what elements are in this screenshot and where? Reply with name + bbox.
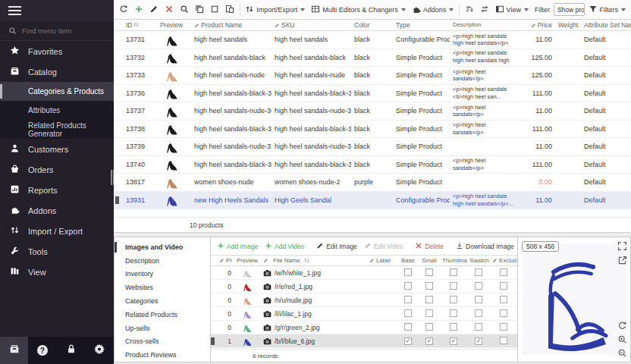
- column-header-small[interactable]: Small: [419, 257, 440, 264]
- product-row[interactable]: 13731high heel sandalshigh heel sandalsb…: [114, 31, 631, 49]
- exclude-checkbox[interactable]: [500, 296, 507, 303]
- menu-search-input[interactable]: [22, 27, 98, 35]
- thumbnail-checkbox[interactable]: [450, 296, 457, 303]
- small-checkbox[interactable]: [425, 296, 433, 303]
- swatch-checkbox[interactable]: ✓: [475, 337, 482, 345]
- exclude-checkbox[interactable]: [500, 282, 507, 290]
- image-row[interactable]: 0/r/e/red_1.jpg: [211, 280, 517, 293]
- exclude-checkbox[interactable]: [500, 323, 507, 331]
- thumbnail-checkbox[interactable]: [450, 309, 457, 317]
- product-row[interactable]: 13736high heel sandals-black-36high heel…: [114, 85, 631, 103]
- refresh-button[interactable]: [117, 3, 130, 17]
- tab-websites[interactable]: Websites: [115, 281, 210, 294]
- fullscreen-icon[interactable]: [617, 241, 627, 251]
- column-header-label[interactable]: Label: [367, 257, 397, 264]
- column-header-thumbna[interactable]: Thumbna: [440, 257, 467, 264]
- base-checkbox[interactable]: [404, 296, 412, 303]
- small-checkbox[interactable]: ✓: [425, 337, 433, 345]
- search-button[interactable]: [177, 3, 191, 17]
- tab-related-products[interactable]: Related Products: [115, 308, 210, 322]
- transfer-button[interactable]: [478, 3, 491, 17]
- swatch-checkbox[interactable]: [475, 323, 482, 331]
- add-image-button[interactable]: Add Image: [215, 240, 260, 253]
- product-row[interactable]: 13739high heel sandals-nude-37high heel …: [114, 138, 631, 156]
- thumbnail-checkbox[interactable]: [450, 323, 457, 331]
- swatch-checkbox[interactable]: [475, 268, 482, 276]
- sidebar-item-orders[interactable]: Orders: [0, 159, 114, 180]
- edit-product-button[interactable]: [147, 3, 161, 17]
- import-export-button[interactable]: Import/Export: [243, 3, 307, 17]
- sidebar-item-favorites[interactable]: Favorites: [0, 41, 114, 61]
- delete-product-button[interactable]: [162, 3, 176, 17]
- small-checkbox[interactable]: [425, 323, 433, 331]
- category-filter-select[interactable]: Show products from selected categories: [554, 3, 585, 16]
- multi-editors-button[interactable]: Multi Editors & Changers: [309, 3, 408, 17]
- base-checkbox[interactable]: ✓: [404, 337, 412, 345]
- zoom-in-icon[interactable]: [617, 334, 627, 344]
- splitter-handle[interactable]: [111, 170, 115, 185]
- small-checkbox[interactable]: [425, 282, 433, 290]
- sidebar-item-tools[interactable]: Tools: [0, 241, 114, 262]
- sidebar-item-view[interactable]: View: [0, 262, 114, 282]
- tab-up-sells[interactable]: Up-sells: [115, 322, 210, 335]
- sidebar-subitem-categories-products[interactable]: Categories & Products: [0, 82, 114, 101]
- base-checkbox[interactable]: [404, 282, 412, 290]
- copy-button[interactable]: [193, 3, 206, 17]
- settings-button[interactable]: [85, 344, 114, 357]
- small-checkbox[interactable]: [425, 309, 433, 317]
- sidebar-item-customers[interactable]: Customers: [0, 139, 114, 159]
- column-header-id[interactable]: ID: [123, 21, 152, 29]
- product-row[interactable]: 13740high heel sandals-black-38high heel…: [114, 156, 631, 174]
- column-header-file-name[interactable]: File Name: [261, 257, 367, 265]
- sidebar-subitem-attributes[interactable]: Attributes: [0, 101, 114, 120]
- base-checkbox[interactable]: [404, 323, 412, 331]
- column-header-sku[interactable]: SKU: [272, 21, 351, 29]
- image-row[interactable]: 1/b/l/blue_6.jpg✓✓✓✓: [211, 334, 517, 348]
- exclude-checkbox[interactable]: [500, 337, 507, 344]
- column-header-preview[interactable]: Preview: [234, 257, 261, 264]
- thumbnail-checkbox[interactable]: [450, 282, 457, 290]
- image-row[interactable]: 0/l/i/lilac_1.jpg: [211, 307, 517, 321]
- column-header-attribute-set-name[interactable]: Attribute Set Name: [581, 21, 631, 29]
- help-button[interactable]: ?: [28, 345, 57, 356]
- product-row[interactable]: 13737high heel sandals-nude-36high heel …: [114, 102, 631, 121]
- product-row[interactable]: 13738high heel sandals-black-37high heel…: [114, 121, 631, 139]
- open-external-icon[interactable]: [617, 256, 627, 265]
- thumbnail-checkbox[interactable]: [450, 268, 457, 276]
- sidebar-item-reports[interactable]: Reports: [0, 180, 114, 200]
- edit-image-button[interactable]: Edit Image: [314, 240, 359, 253]
- column-header-type[interactable]: Type: [393, 21, 450, 29]
- menu-toggle-button[interactable]: [0, 0, 114, 21]
- sidebar-item-import-export[interactable]: Import / Export: [0, 221, 114, 241]
- tab-inventory[interactable]: Inventory: [115, 268, 210, 281]
- tab-categories[interactable]: Categories: [115, 294, 210, 308]
- sidebar-item-addons[interactable]: Addons: [0, 200, 114, 221]
- image-row[interactable]: 0/g/r/green_2.jpg: [211, 321, 517, 334]
- view-button[interactable]: View: [493, 3, 531, 17]
- add-product-button[interactable]: [132, 3, 146, 17]
- column-header-base[interactable]: Base: [397, 257, 419, 264]
- zoom-out-icon[interactable]: [617, 348, 627, 358]
- small-checkbox[interactable]: [425, 268, 433, 276]
- lock-button[interactable]: [57, 344, 86, 357]
- tab-images-and-video[interactable]: Images and Video: [115, 240, 210, 254]
- filters-button[interactable]: Filters: [586, 3, 629, 17]
- exclude-checkbox[interactable]: [500, 268, 507, 276]
- select-button[interactable]: [208, 3, 221, 17]
- tab-product-reviews[interactable]: Product Reviews: [115, 348, 210, 362]
- tab-description[interactable]: Description: [115, 254, 210, 268]
- exclude-checkbox[interactable]: [500, 309, 507, 317]
- swatch-checkbox[interactable]: [475, 309, 482, 317]
- tab-cross-sells[interactable]: Cross-sells: [115, 335, 210, 349]
- thumbnail-checkbox[interactable]: ✓: [450, 337, 457, 345]
- download-image-button[interactable]: Download Image: [454, 240, 516, 253]
- base-checkbox[interactable]: [404, 309, 412, 317]
- add-video-button[interactable]: Add Video: [262, 240, 306, 253]
- column-header-color[interactable]: Color: [351, 21, 393, 29]
- sort-button[interactable]: [463, 3, 476, 17]
- base-checkbox[interactable]: [404, 268, 412, 276]
- column-header-exclude[interactable]: Exclude: [490, 257, 516, 264]
- image-row[interactable]: 0/n/u/nude.jpg: [211, 293, 517, 307]
- swatch-checkbox[interactable]: [475, 282, 482, 290]
- product-row[interactable]: 13732high heel sandals-blackhigh heel sa…: [114, 49, 631, 67]
